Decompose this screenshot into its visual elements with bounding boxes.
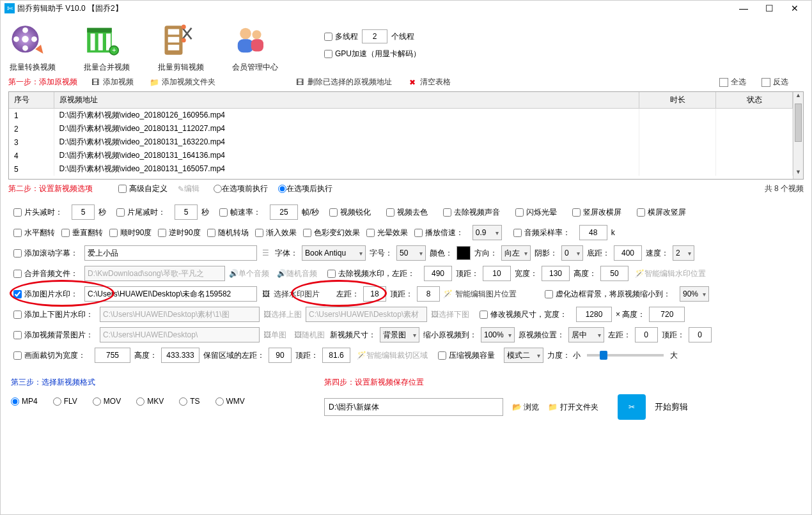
ccw90-cb[interactable] xyxy=(158,229,166,237)
speed-cb[interactable] xyxy=(414,229,423,237)
choose-wm-img-btn[interactable]: 🖼选择水印图片 xyxy=(261,289,320,300)
add-video-button[interactable]: 🎞添加视频 xyxy=(90,77,134,88)
format-radio-ts[interactable]: TS xyxy=(179,397,199,406)
flash-cb[interactable] xyxy=(515,208,524,217)
tail-trim-cb[interactable] xyxy=(116,208,125,217)
save-path-input[interactable] xyxy=(324,398,503,416)
thread-count-input[interactable] xyxy=(362,29,387,43)
cw90-cb[interactable] xyxy=(109,229,118,237)
fps-input[interactable] xyxy=(270,204,298,220)
tool-merge[interactable]: + 批量合并视频 xyxy=(82,21,131,73)
col-duration[interactable]: 时长 xyxy=(639,92,716,109)
table-row[interactable]: 4D:\固乔\素材\视频\video_20180131_164136.mp4 xyxy=(9,149,793,162)
shadow-combo[interactable]: 0 xyxy=(561,245,583,261)
delete-selected-button[interactable]: 🎞删除已选择的原视频地址 xyxy=(295,77,392,88)
table-scrollbar[interactable]: ▲ ▼ xyxy=(793,92,803,179)
resize-cb[interactable] xyxy=(480,311,488,319)
dir-combo[interactable]: 向左 xyxy=(501,245,531,261)
format-radio-mkv[interactable]: MKV xyxy=(136,397,164,406)
newsize-combo[interactable]: 背景图 xyxy=(380,327,419,342)
format-radio-mov[interactable]: MOV xyxy=(93,397,121,406)
exec-before-radio[interactable] xyxy=(214,185,222,193)
remove-wm-cb[interactable] xyxy=(327,270,336,278)
tail-trim-input[interactable] xyxy=(175,204,198,220)
resize-h-input[interactable] xyxy=(649,307,685,322)
maximize-button[interactable]: ☐ xyxy=(756,1,782,16)
sharpen-cb[interactable] xyxy=(329,208,338,217)
decolor-cb[interactable] xyxy=(386,208,394,217)
wm-top-input[interactable] xyxy=(483,266,511,281)
merge-audio-cb[interactable] xyxy=(13,270,22,278)
force-slider[interactable] xyxy=(587,354,664,357)
bg-img-cb[interactable] xyxy=(13,331,22,339)
slider-thumb[interactable] xyxy=(600,351,607,360)
table-row[interactable]: 1D:\固乔\素材\视频\video_20180126_160956.mp4 xyxy=(9,109,793,123)
start-clip-icon[interactable]: ✂ xyxy=(618,394,646,420)
minimize-button[interactable]: — xyxy=(731,1,756,16)
tool-clip[interactable]: 批量剪辑视频 xyxy=(157,21,205,73)
tb-wm-cb[interactable] xyxy=(13,311,22,319)
speed-combo[interactable]: 0.9 xyxy=(472,225,502,240)
imgwm-top-input[interactable] xyxy=(417,286,440,302)
gpu-checkbox[interactable] xyxy=(324,50,332,58)
wm-w-input[interactable] xyxy=(542,266,570,281)
clear-table-button[interactable]: ✖清空表格 xyxy=(407,77,451,88)
col-index[interactable]: 序号 xyxy=(9,92,54,109)
size-combo[interactable]: 50 xyxy=(396,245,426,261)
bg-left-input[interactable] xyxy=(635,327,658,342)
crop-left-input[interactable] xyxy=(269,348,292,363)
pos-combo[interactable]: 居中 xyxy=(568,327,604,342)
colorfx-cb[interactable] xyxy=(303,229,311,237)
table-row[interactable]: 5D:\固乔\素材\视频\video_20180131_165057.mp4 xyxy=(9,162,793,176)
open-folder-button[interactable]: 📁 打开文件夹 xyxy=(548,402,598,413)
format-radio-mp4[interactable]: MP4 xyxy=(11,397,38,406)
samplerate-cb[interactable] xyxy=(513,229,522,237)
halo-cb[interactable] xyxy=(366,229,375,237)
exec-after-radio[interactable] xyxy=(278,185,286,193)
font-combo[interactable]: Book Antiqu xyxy=(302,245,366,261)
start-clip-label[interactable]: 开始剪辑 xyxy=(655,401,688,413)
imgwm-left-input[interactable] xyxy=(363,286,386,302)
add-img-wm-cb[interactable] xyxy=(13,290,22,298)
table-row[interactable]: 3D:\固乔\素材\视频\video_20180131_163220.mp4 xyxy=(9,135,793,149)
textspeed-combo[interactable]: 2 xyxy=(673,245,694,261)
mode-combo[interactable]: 模式二 xyxy=(504,348,543,363)
col-path[interactable]: 原视频地址 xyxy=(54,92,639,109)
hflip-cb[interactable] xyxy=(13,229,22,237)
table-row[interactable]: 2D:\固乔\素材\视频\video_20180131_112027.mp4 xyxy=(9,122,793,135)
bg-path-input[interactable] xyxy=(100,327,260,342)
wm-left-input[interactable] xyxy=(424,266,452,281)
scrolltext-input[interactable] xyxy=(84,245,257,261)
fadein-cb[interactable] xyxy=(255,229,263,237)
compress-cb[interactable] xyxy=(438,351,446,360)
crop-cb[interactable] xyxy=(13,351,22,360)
select-all-button[interactable]: 全选 xyxy=(719,77,746,88)
h2v-cb[interactable] xyxy=(637,208,645,217)
wm-h-input[interactable] xyxy=(600,266,629,281)
samplerate-input[interactable] xyxy=(579,225,607,240)
blur-bg-cb[interactable] xyxy=(545,290,553,298)
multithread-checkbox[interactable] xyxy=(324,33,332,41)
base-input[interactable] xyxy=(614,245,642,261)
crop-top-input[interactable] xyxy=(322,348,350,363)
blur-combo[interactable]: 90% xyxy=(680,286,709,302)
wm-img-path-input[interactable] xyxy=(84,286,257,302)
add-folder-button[interactable]: 📁添加视频文件夹 xyxy=(149,77,215,88)
tb-top-input[interactable] xyxy=(100,307,260,322)
tool-convert[interactable]: 批量转换视频 xyxy=(8,21,57,73)
vflip-cb[interactable] xyxy=(61,229,70,237)
crop-h-input[interactable] xyxy=(161,348,199,363)
head-trim-cb[interactable] xyxy=(13,208,22,217)
close-button[interactable]: ✕ xyxy=(782,1,808,16)
bg-top-input[interactable] xyxy=(689,327,712,342)
text-color-box[interactable] xyxy=(457,246,471,260)
browse-button[interactable]: 📂 浏览 xyxy=(512,402,539,413)
scroll-thumb[interactable] xyxy=(795,104,802,142)
mute-cb[interactable] xyxy=(443,208,451,217)
audio-path-input[interactable] xyxy=(84,266,225,281)
random-trans-cb[interactable] xyxy=(207,229,215,237)
video-table[interactable]: 序号 原视频地址 时长 状态 1D:\固乔\素材\视频\video_201801… xyxy=(8,91,804,180)
scrolltext-cb[interactable] xyxy=(13,249,22,258)
scroll-up-icon[interactable]: ▲ xyxy=(793,92,803,102)
invert-selection-button[interactable]: 反选 xyxy=(761,77,788,88)
